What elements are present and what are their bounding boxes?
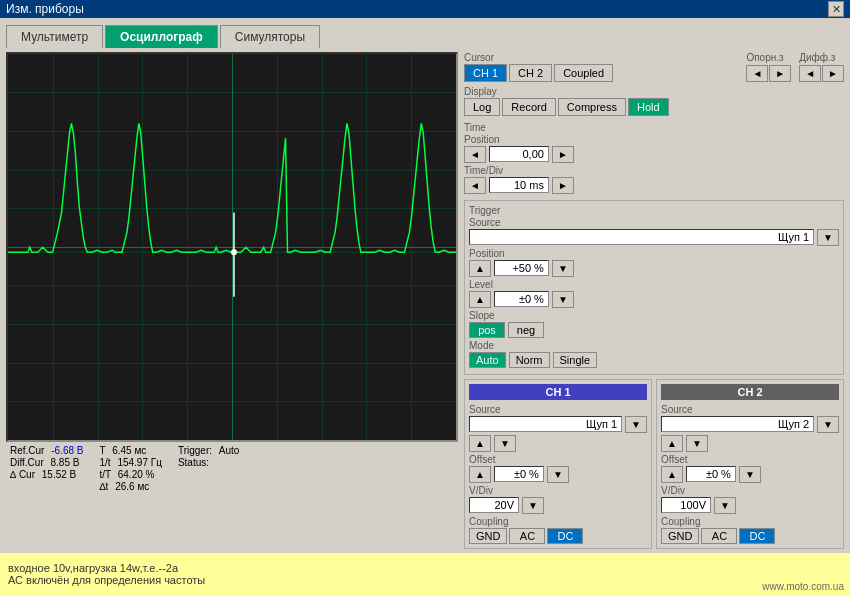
trigger-single-btn[interactable]: Single <box>553 352 598 368</box>
diffcur-label: Diff.Cur <box>10 457 44 468</box>
info-col-right: Trigger: Auto Status: <box>178 445 239 492</box>
ch2-ac-btn[interactable]: AC <box>701 528 737 544</box>
display-compress-btn[interactable]: Compress <box>558 98 626 116</box>
trigger-mode-label: Mode <box>469 340 839 351</box>
ch1-offset-value: ±0 % <box>494 466 544 482</box>
tab-oscillograph[interactable]: Осциллограф <box>105 25 218 48</box>
ch1-dc-btn[interactable]: DC <box>547 528 583 544</box>
display-record-btn[interactable]: Record <box>502 98 555 116</box>
deltacur-value: 15.52 В <box>42 469 76 480</box>
diffcur-row: Diff.Cur 8.85 В <box>10 457 83 468</box>
diff-right-btn[interactable]: ► <box>822 65 844 82</box>
trigger-pos-btn[interactable]: pos <box>469 322 505 338</box>
tab-simulators[interactable]: Симуляторы <box>220 25 320 48</box>
time-position-label: Position <box>464 134 574 145</box>
trigger-position-label: Position <box>469 248 839 259</box>
trigger-section-label: Trigger <box>469 205 839 216</box>
ch1-ac-btn[interactable]: AC <box>509 528 545 544</box>
oporn-label: Опорн.з <box>746 52 791 63</box>
title-bar: Изм. приборы ✕ <box>0 0 850 18</box>
left-area: Ref.Cur -6.68 В Diff.Cur 8.85 В ∆ Cur 15… <box>6 52 458 549</box>
ch1-source-down-btn[interactable]: ▼ <box>625 416 647 433</box>
time-position-left-btn[interactable]: ◄ <box>464 146 486 163</box>
oporn-left-btn[interactable]: ◄ <box>746 65 768 82</box>
oporn-diff-section: Опорн.з ◄ ► Дифф.з ◄ ► <box>746 52 844 82</box>
trigger-pos-right-btn[interactable]: ▼ <box>552 260 574 277</box>
status-row: Status: <box>178 457 239 468</box>
close-button[interactable]: ✕ <box>828 1 844 17</box>
ch2-dc-btn[interactable]: DC <box>739 528 775 544</box>
display-label: Display <box>464 86 844 97</box>
ch2-source-value: Щуп 2 <box>661 416 814 432</box>
time-position-right-btn[interactable]: ► <box>552 146 574 163</box>
trigger-source-label: Source <box>469 217 839 228</box>
status-line-1: входное 10v,нагрузка 14w,т.е.--2а <box>8 562 842 574</box>
tab-multimeter[interactable]: Мультиметр <box>6 25 103 48</box>
deltacur-label: ∆ Cur <box>10 469 35 480</box>
oneover-row: 1/t 154.97 Гц <box>99 457 161 468</box>
trigger-norm-btn[interactable]: Norm <box>509 352 550 368</box>
ch2-down-btn[interactable]: ▼ <box>686 435 708 452</box>
ch2-vdiv-down-btn[interactable]: ▼ <box>714 497 736 514</box>
ch2-vdiv-value: 100V <box>661 497 711 513</box>
cursor-btn-row: CH 1 CH 2 Coupled <box>464 64 613 82</box>
oscilloscope-display <box>6 52 458 442</box>
trigger-source-value: Щуп 1 <box>469 229 814 245</box>
display-log-btn[interactable]: Log <box>464 98 500 116</box>
top-controls: Cursor CH 1 CH 2 Coupled Опорн.з ◄ ► <box>464 52 844 82</box>
ch1-header: CH 1 <box>469 384 647 400</box>
time-position-row: ◄ 0,00 ► <box>464 146 574 163</box>
cursor-coupled-btn[interactable]: Coupled <box>554 64 613 82</box>
waveform <box>8 54 456 441</box>
ch1-gnd-btn[interactable]: GND <box>469 528 507 544</box>
diffcur-value: 8.85 В <box>51 457 80 468</box>
ch1-down-btn[interactable]: ▼ <box>494 435 516 452</box>
trigger-source-down-btn[interactable]: ▼ <box>817 229 839 246</box>
ch1-panel: CH 1 Source Щуп 1 ▼ ▲ ▼ Offset ▲ ±0 % ▼ <box>464 379 652 549</box>
ch1-source-label: Source <box>469 404 647 415</box>
ch2-coupling-row: GND AC DC <box>661 528 839 544</box>
trigger-level-up-btn[interactable]: ▲ <box>469 291 491 308</box>
ch2-up-btn[interactable]: ▲ <box>661 435 683 452</box>
ch1-vdiv-down-btn[interactable]: ▼ <box>522 497 544 514</box>
diff-left-btn[interactable]: ◄ <box>799 65 821 82</box>
ch2-coupling-label: Coupling <box>661 516 839 527</box>
display-hold-btn[interactable]: Hold <box>628 98 669 116</box>
display-section: Display Log Record Compress Hold <box>464 86 844 116</box>
ch1-offset-row: ▲ ±0 % ▼ <box>469 466 647 483</box>
ch2-source-down-btn[interactable]: ▼ <box>817 416 839 433</box>
trigger-level-down-btn[interactable]: ▼ <box>552 291 574 308</box>
trigger-level-row: ▲ ±0 % ▼ <box>469 291 839 308</box>
ch1-up-btn[interactable]: ▲ <box>469 435 491 452</box>
display-btn-row: Log Record Compress Hold <box>464 98 844 116</box>
ch1-offset-label: Offset <box>469 454 647 465</box>
ch1-offset-up-btn[interactable]: ▲ <box>469 466 491 483</box>
overtT-label: t/T <box>99 469 110 480</box>
timediv-label: Time/Div <box>464 165 574 176</box>
trigger-pos-left-btn[interactable]: ▲ <box>469 260 491 277</box>
trigger-slope-label: Slope <box>469 310 839 321</box>
cursor-ch2-btn[interactable]: CH 2 <box>509 64 552 82</box>
deltat-label: ∆t <box>99 481 108 492</box>
status-line-2: АС включён для определения частоты <box>8 574 842 586</box>
ch2-offset-up-btn[interactable]: ▲ <box>661 466 683 483</box>
diff-arrows: ◄ ► <box>799 65 844 82</box>
ch1-offset-down-btn[interactable]: ▼ <box>547 466 569 483</box>
ch1-coupling-row: GND AC DC <box>469 528 647 544</box>
timediv-right-btn[interactable]: ► <box>552 177 574 194</box>
oporn-right-btn[interactable]: ► <box>769 65 791 82</box>
ch2-panel: CH 2 Source Щуп 2 ▼ ▲ ▼ Offset ▲ ±0 % ▼ <box>656 379 844 549</box>
trigger-auto-btn[interactable]: Auto <box>469 352 506 368</box>
cursor-label: Cursor <box>464 52 613 63</box>
timediv-left-btn[interactable]: ◄ <box>464 177 486 194</box>
ch2-vdiv-label: V/Div <box>661 485 839 496</box>
trigger-level-value: ±0 % <box>494 291 549 307</box>
ch-panels: CH 1 Source Щуп 1 ▼ ▲ ▼ Offset ▲ ±0 % ▼ <box>464 379 844 549</box>
cursor-ch1-btn[interactable]: CH 1 <box>464 64 507 82</box>
ch2-source-row: Щуп 2 ▼ <box>661 416 839 433</box>
ch2-gnd-btn[interactable]: GND <box>661 528 699 544</box>
ch2-vdiv-row: 100V ▼ <box>661 497 839 514</box>
ch2-offset-down-btn[interactable]: ▼ <box>739 466 761 483</box>
ch1-vdiv-value: 20V <box>469 497 519 513</box>
trigger-neg-btn[interactable]: neg <box>508 322 544 338</box>
